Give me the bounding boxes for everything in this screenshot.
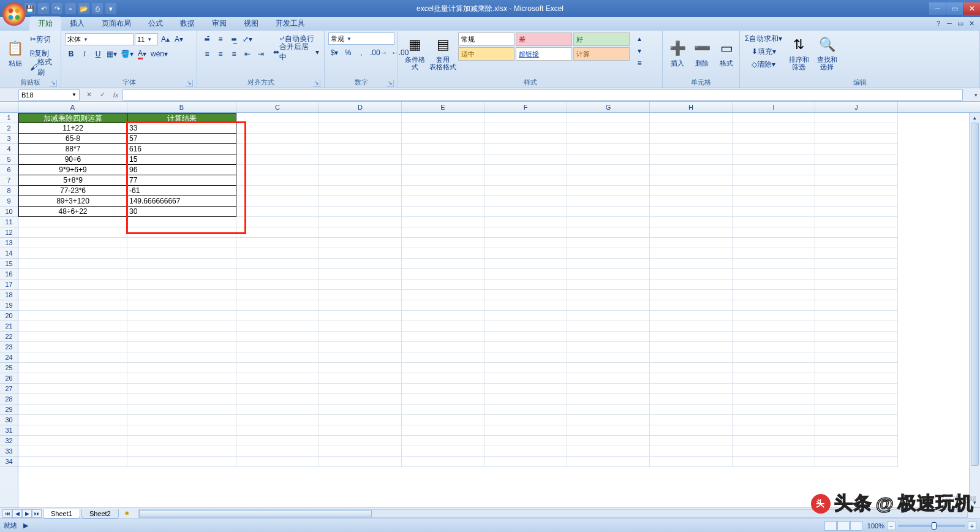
cell-F28[interactable] [484, 394, 567, 405]
cell-J2[interactable] [815, 123, 898, 134]
cell-D4[interactable] [319, 144, 402, 154]
cell-A14[interactable] [18, 248, 127, 259]
cell-F10[interactable] [484, 207, 567, 217]
cell-F4[interactable] [484, 144, 567, 154]
format-as-table-button[interactable]: ▤套用 表格格式 [430, 32, 456, 73]
cell-F29[interactable] [484, 405, 567, 415]
cell-B32[interactable] [127, 436, 236, 446]
row-header-32[interactable]: 32 [0, 436, 18, 446]
cell-style-5[interactable]: 计算 [573, 47, 630, 61]
zoom-in-button[interactable]: + [968, 522, 976, 530]
cell-H29[interactable] [650, 405, 733, 415]
cell-G26[interactable] [567, 373, 650, 384]
cell-F31[interactable] [484, 425, 567, 436]
cell-D16[interactable] [319, 269, 402, 279]
cell-B26[interactable] [127, 373, 236, 384]
format-cells-button[interactable]: ▭格式 [715, 32, 737, 73]
cell-E33[interactable] [402, 446, 484, 457]
cell-J4[interactable] [815, 144, 898, 154]
row-header-10[interactable]: 10 [0, 207, 18, 217]
cell-H32[interactable] [650, 436, 733, 446]
cell-E20[interactable] [402, 311, 484, 321]
cell-F20[interactable] [484, 311, 567, 321]
cell-A28[interactable] [18, 394, 127, 405]
cell-J5[interactable] [815, 154, 898, 165]
cell-J20[interactable] [815, 311, 898, 321]
cell-D34[interactable] [319, 457, 402, 467]
cell-H23[interactable] [650, 342, 733, 352]
cell-B15[interactable] [127, 259, 236, 269]
new-sheet-button[interactable]: ✸ [120, 509, 134, 518]
sheet-nav-prev-icon[interactable]: ◀ [12, 509, 22, 518]
indent-dec-button[interactable]: ⇤ [241, 48, 254, 60]
cell-D12[interactable] [319, 227, 402, 238]
cell-J28[interactable] [815, 394, 898, 405]
cell-H5[interactable] [650, 154, 733, 165]
row-header-12[interactable]: 12 [0, 227, 18, 238]
cell-H31[interactable] [650, 425, 733, 436]
cell-B27[interactable] [127, 384, 236, 394]
row-header-29[interactable]: 29 [0, 405, 18, 415]
cell-D5[interactable] [319, 154, 402, 165]
cell-C25[interactable] [236, 363, 319, 373]
cell-F21[interactable] [484, 321, 567, 332]
cell-E2[interactable] [402, 123, 484, 134]
cell-H15[interactable] [650, 259, 733, 269]
cell-G11[interactable] [567, 217, 650, 227]
styles-scroll-up-icon[interactable]: ▴ [633, 32, 646, 45]
row-header-24[interactable]: 24 [0, 352, 18, 363]
cell-I1[interactable] [733, 113, 815, 123]
cell-H12[interactable] [650, 227, 733, 238]
qat-print-icon[interactable]: ⎙ [92, 3, 103, 14]
cell-I11[interactable] [733, 217, 815, 227]
cell-E18[interactable] [402, 290, 484, 300]
data-cell-B7[interactable]: 77 [127, 175, 236, 186]
cell-F33[interactable] [484, 446, 567, 457]
cell-F18[interactable] [484, 290, 567, 300]
cell-G29[interactable] [567, 405, 650, 415]
cell-G22[interactable] [567, 332, 650, 342]
conditional-format-button[interactable]: ▦条件格式 [402, 32, 428, 73]
fill-color-button[interactable]: 🪣▾ [119, 48, 135, 60]
office-button[interactable] [2, 2, 26, 26]
row-header-28[interactable]: 28 [0, 394, 18, 405]
cell-B14[interactable] [127, 248, 236, 259]
row-header-21[interactable]: 21 [0, 321, 18, 332]
cell-G12[interactable] [567, 227, 650, 238]
row-header-25[interactable]: 25 [0, 363, 18, 373]
cell-H22[interactable] [650, 332, 733, 342]
cell-F19[interactable] [484, 300, 567, 311]
cell-A13[interactable] [18, 238, 127, 248]
cell-D24[interactable] [319, 352, 402, 363]
sheet-nav-next-icon[interactable]: ▶ [22, 509, 32, 518]
cell-G1[interactable] [567, 113, 650, 123]
cell-D32[interactable] [319, 436, 402, 446]
cell-E28[interactable] [402, 394, 484, 405]
row-header-31[interactable]: 31 [0, 425, 18, 436]
cell-D9[interactable] [319, 196, 402, 207]
sheet-nav-first-icon[interactable]: ⏮ [2, 509, 12, 518]
cell-I17[interactable] [733, 279, 815, 290]
cell-F5[interactable] [484, 154, 567, 165]
cell-F2[interactable] [484, 123, 567, 134]
cell-B20[interactable] [127, 311, 236, 321]
cell-H34[interactable] [650, 457, 733, 467]
cell-J26[interactable] [815, 373, 898, 384]
cell-A22[interactable] [18, 332, 127, 342]
row-header-23[interactable]: 23 [0, 342, 18, 352]
cell-style-2[interactable]: 好 [573, 32, 630, 46]
data-cell-B5[interactable]: 15 [127, 154, 236, 165]
row-header-15[interactable]: 15 [0, 259, 18, 269]
cell-F16[interactable] [484, 269, 567, 279]
cell-D26[interactable] [319, 373, 402, 384]
cell-F22[interactable] [484, 332, 567, 342]
autosum-button[interactable]: Σ 自动求和▾ [744, 32, 783, 45]
clipboard-launcher-icon[interactable]: ↘ [50, 80, 57, 87]
col-header-D[interactable]: D [319, 102, 402, 112]
cell-I25[interactable] [733, 363, 815, 373]
cell-A18[interactable] [18, 290, 127, 300]
data-cell-A7[interactable]: 5+8*9 [18, 175, 127, 186]
cell-J10[interactable] [815, 207, 898, 217]
cell-G15[interactable] [567, 259, 650, 269]
header-cell-A[interactable]: 加减乘除四则运算 [18, 113, 127, 123]
